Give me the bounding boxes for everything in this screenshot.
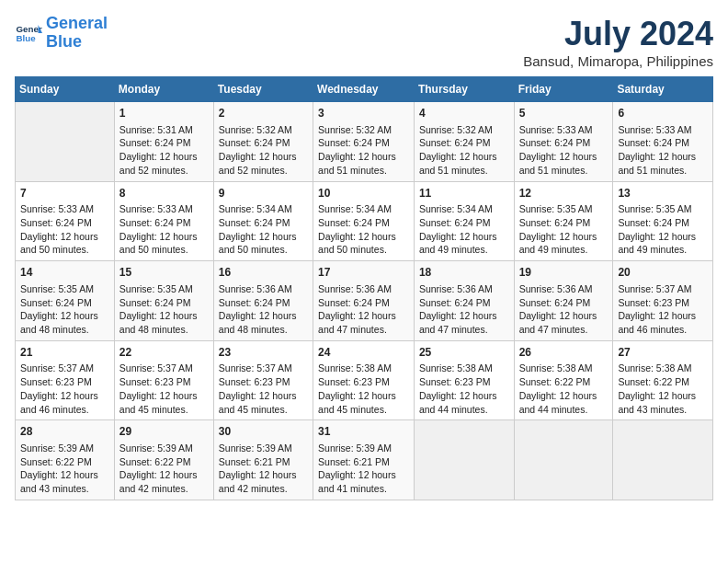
day-info: Sunrise: 5:35 AM Sunset: 6:24 PM Dayligh… [519,202,609,257]
logo: General Blue General Blue [15,15,108,52]
day-number: 4 [419,106,509,121]
calendar-cell: 25Sunrise: 5:38 AM Sunset: 6:23 PM Dayli… [414,340,514,420]
day-info: Sunrise: 5:35 AM Sunset: 6:24 PM Dayligh… [119,282,209,337]
day-number: 13 [618,186,708,201]
calendar-table: SundayMondayTuesdayWednesdayThursdayFrid… [15,76,713,500]
calendar-week-1: 1Sunrise: 5:31 AM Sunset: 6:24 PM Daylig… [16,102,713,182]
calendar-cell: 31Sunrise: 5:39 AM Sunset: 6:21 PM Dayli… [313,420,415,500]
month-title: July 2024 [523,15,713,53]
day-info: Sunrise: 5:33 AM Sunset: 6:24 PM Dayligh… [119,202,209,257]
day-info: Sunrise: 5:34 AM Sunset: 6:24 PM Dayligh… [318,202,409,257]
day-number: 23 [219,345,308,361]
day-number: 25 [419,345,509,361]
day-number: 8 [119,186,209,201]
day-number: 22 [119,345,209,361]
day-info: Sunrise: 5:32 AM Sunset: 6:24 PM Dayligh… [318,123,409,178]
calendar-cell: 9Sunrise: 5:34 AM Sunset: 6:24 PM Daylig… [213,181,313,261]
calendar-cell: 19Sunrise: 5:36 AM Sunset: 6:24 PM Dayli… [514,261,613,341]
day-number: 31 [318,424,409,440]
calendar-cell: 2Sunrise: 5:32 AM Sunset: 6:24 PM Daylig… [213,102,313,182]
calendar-cell [613,420,713,500]
day-info: Sunrise: 5:31 AM Sunset: 6:24 PM Dayligh… [119,123,209,178]
calendar-cell: 29Sunrise: 5:39 AM Sunset: 6:22 PM Dayli… [114,420,213,500]
day-header-saturday: Saturday [613,77,713,102]
day-info: Sunrise: 5:38 AM Sunset: 6:23 PM Dayligh… [419,362,509,416]
day-info: Sunrise: 5:35 AM Sunset: 6:24 PM Dayligh… [20,282,109,337]
day-header-tuesday: Tuesday [213,77,313,102]
day-number: 19 [519,265,609,281]
day-number: 3 [318,106,409,121]
day-info: Sunrise: 5:38 AM Sunset: 6:22 PM Dayligh… [618,362,708,416]
calendar-cell: 22Sunrise: 5:37 AM Sunset: 6:23 PM Dayli… [114,340,213,420]
day-number: 11 [419,186,509,201]
day-info: Sunrise: 5:39 AM Sunset: 6:21 PM Dayligh… [318,442,409,496]
calendar-cell: 14Sunrise: 5:35 AM Sunset: 6:24 PM Dayli… [16,261,115,341]
calendar-cell: 30Sunrise: 5:39 AM Sunset: 6:21 PM Dayli… [213,420,313,500]
calendar-cell [414,420,514,500]
day-info: Sunrise: 5:32 AM Sunset: 6:24 PM Dayligh… [219,123,308,178]
calendar-cell: 28Sunrise: 5:39 AM Sunset: 6:22 PM Dayli… [16,420,115,500]
calendar-cell: 21Sunrise: 5:37 AM Sunset: 6:23 PM Dayli… [16,340,115,420]
day-info: Sunrise: 5:36 AM Sunset: 6:24 PM Dayligh… [219,282,308,337]
day-number: 30 [219,424,308,440]
day-number: 29 [119,424,209,440]
day-info: Sunrise: 5:39 AM Sunset: 6:22 PM Dayligh… [119,442,209,496]
calendar-cell: 26Sunrise: 5:38 AM Sunset: 6:22 PM Dayli… [514,340,613,420]
calendar-week-4: 21Sunrise: 5:37 AM Sunset: 6:23 PM Dayli… [16,340,713,420]
calendar-cell: 16Sunrise: 5:36 AM Sunset: 6:24 PM Dayli… [213,261,313,341]
calendar-cell: 4Sunrise: 5:32 AM Sunset: 6:24 PM Daylig… [414,102,514,182]
calendar-cell: 1Sunrise: 5:31 AM Sunset: 6:24 PM Daylig… [114,102,213,182]
calendar-cell: 20Sunrise: 5:37 AM Sunset: 6:23 PM Dayli… [613,261,713,341]
title-block: July 2024 Bansud, Mimaropa, Philippines [523,15,713,69]
day-number: 26 [519,345,609,361]
day-info: Sunrise: 5:33 AM Sunset: 6:24 PM Dayligh… [20,202,109,257]
day-number: 15 [119,265,209,281]
logo-line2: Blue [46,32,82,51]
calendar-cell: 10Sunrise: 5:34 AM Sunset: 6:24 PM Dayli… [313,181,415,261]
day-info: Sunrise: 5:33 AM Sunset: 6:24 PM Dayligh… [519,123,609,178]
logo-icon: General Blue [15,19,42,47]
calendar-cell [514,420,613,500]
day-info: Sunrise: 5:38 AM Sunset: 6:23 PM Dayligh… [318,362,409,416]
calendar-cell: 12Sunrise: 5:35 AM Sunset: 6:24 PM Dayli… [514,181,613,261]
day-info: Sunrise: 5:37 AM Sunset: 6:23 PM Dayligh… [119,362,209,416]
day-info: Sunrise: 5:39 AM Sunset: 6:21 PM Dayligh… [219,442,308,496]
day-number: 28 [20,424,109,440]
calendar-cell: 23Sunrise: 5:37 AM Sunset: 6:23 PM Dayli… [213,340,313,420]
day-header-wednesday: Wednesday [313,77,415,102]
calendar-cell: 27Sunrise: 5:38 AM Sunset: 6:22 PM Dayli… [613,340,713,420]
day-number: 14 [20,265,109,281]
calendar-cell: 7Sunrise: 5:33 AM Sunset: 6:24 PM Daylig… [16,181,115,261]
day-header-thursday: Thursday [414,77,514,102]
logo-line1: General [46,14,108,32]
day-number: 18 [419,265,509,281]
day-header-friday: Friday [514,77,613,102]
day-number: 10 [318,186,409,201]
calendar-cell: 3Sunrise: 5:32 AM Sunset: 6:24 PM Daylig… [313,102,415,182]
day-info: Sunrise: 5:36 AM Sunset: 6:24 PM Dayligh… [419,282,509,337]
day-number: 1 [119,106,209,121]
day-header-monday: Monday [114,77,213,102]
day-info: Sunrise: 5:37 AM Sunset: 6:23 PM Dayligh… [219,362,308,416]
day-number: 16 [219,265,308,281]
day-number: 6 [618,106,708,121]
day-number: 7 [20,186,109,201]
calendar-week-5: 28Sunrise: 5:39 AM Sunset: 6:22 PM Dayli… [16,420,713,500]
day-number: 24 [318,345,409,361]
header-row: SundayMondayTuesdayWednesdayThursdayFrid… [16,77,713,102]
day-number: 27 [618,345,708,361]
calendar-cell: 18Sunrise: 5:36 AM Sunset: 6:24 PM Dayli… [414,261,514,341]
calendar-cell: 13Sunrise: 5:35 AM Sunset: 6:24 PM Dayli… [613,181,713,261]
calendar-cell: 5Sunrise: 5:33 AM Sunset: 6:24 PM Daylig… [514,102,613,182]
day-number: 12 [519,186,609,201]
day-number: 20 [618,265,708,281]
day-number: 9 [219,186,308,201]
calendar-cell: 8Sunrise: 5:33 AM Sunset: 6:24 PM Daylig… [114,181,213,261]
day-number: 2 [219,106,308,121]
calendar-cell [16,102,115,182]
day-info: Sunrise: 5:34 AM Sunset: 6:24 PM Dayligh… [419,202,509,257]
page-header: General Blue General Blue July 2024 Bans… [15,15,713,69]
day-info: Sunrise: 5:36 AM Sunset: 6:24 PM Dayligh… [519,282,609,337]
calendar-cell: 11Sunrise: 5:34 AM Sunset: 6:24 PM Dayli… [414,181,514,261]
calendar-week-3: 14Sunrise: 5:35 AM Sunset: 6:24 PM Dayli… [16,261,713,341]
